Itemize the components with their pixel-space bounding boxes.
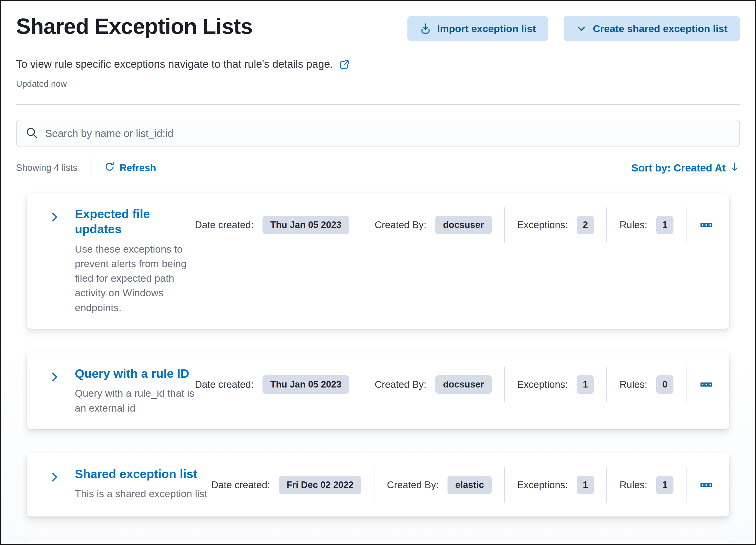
exception-list-card: Shared exception list This is a shared e…	[27, 453, 729, 516]
meta-divider	[606, 367, 607, 402]
arrow-down-icon	[729, 161, 740, 174]
card-actions-menu-button[interactable]	[700, 479, 713, 491]
meta-divider	[362, 367, 362, 402]
header-buttons: Import exception list Create shared exce…	[407, 16, 740, 41]
meta-divider	[374, 467, 374, 503]
exceptions-label: Exceptions:	[517, 479, 568, 491]
created-by-label: Created By:	[387, 479, 439, 491]
created-by-label: Created By:	[375, 219, 426, 230]
sort-by-button[interactable]: Sort by: Created At	[631, 161, 740, 174]
import-button-label: Import exception list	[437, 23, 536, 34]
search-icon	[26, 127, 38, 140]
import-icon	[420, 23, 431, 34]
page-title: Shared Exception Lists	[16, 14, 252, 39]
page-subtitle: To view rule specific exceptions navigat…	[16, 58, 333, 70]
rules-count-badge: 1	[656, 476, 673, 494]
created-by-label: Created By:	[375, 379, 426, 390]
page-header: Shared Exception Lists Import exception …	[16, 14, 740, 41]
exception-list-title-link[interactable]: Shared exception list	[75, 467, 197, 482]
refresh-button-label: Refresh	[120, 162, 156, 173]
created-by-badge: docsuser	[435, 375, 492, 394]
exception-list-card: Query with a rule ID Query with a rule_i…	[27, 353, 729, 429]
card-actions-menu-button[interactable]	[700, 219, 713, 231]
exceptions-count-badge: 1	[577, 476, 594, 494]
created-by-badge: docsuser	[435, 216, 492, 234]
refresh-button[interactable]: Refresh	[104, 161, 156, 174]
date-created-label: Date created:	[195, 379, 254, 390]
rules-count-badge: 1	[656, 216, 673, 234]
meta-divider	[686, 207, 687, 242]
exception-list-description: Use these exceptions to prevent alerts f…	[75, 242, 195, 315]
search-input[interactable]	[45, 127, 730, 139]
created-by-badge: elastic	[447, 476, 492, 494]
date-created-label: Date created:	[195, 219, 254, 230]
exception-list-title-link[interactable]: Expected file updates	[75, 206, 195, 237]
card-actions-menu-button[interactable]	[700, 378, 713, 391]
exception-list-card: Expected file updates Use these exceptio…	[27, 193, 729, 329]
date-created-badge: Thu Jan 05 2023	[262, 375, 349, 394]
header-divider	[16, 104, 740, 105]
meta-divider	[606, 467, 607, 503]
rules-label: Rules:	[619, 479, 647, 491]
meta-divider	[504, 467, 505, 503]
rules-label: Rules:	[619, 379, 647, 390]
search-bar	[16, 120, 740, 147]
date-created-badge: Fri Dec 02 2022	[279, 476, 361, 494]
chevron-down-icon	[576, 23, 587, 34]
exceptions-label: Exceptions:	[517, 379, 568, 390]
external-link-icon[interactable]	[338, 59, 350, 71]
sort-button-label: Sort by: Created At	[631, 162, 726, 174]
exception-lists: Expected file updates Use these exceptio…	[16, 193, 740, 545]
expand-chevron-button[interactable]	[49, 211, 61, 224]
rules-count-badge: 0	[656, 375, 673, 394]
create-shared-exception-list-button[interactable]: Create shared exception list	[564, 16, 740, 41]
meta-divider	[686, 467, 687, 503]
date-created-badge: Thu Jan 05 2023	[262, 216, 349, 234]
exception-list-title-link[interactable]: Query with a rule ID	[75, 366, 189, 381]
exception-list-card: Endpoint Security Exception List Endpoin…	[27, 540, 729, 545]
exceptions-count-badge: 2	[577, 216, 594, 234]
create-button-label: Create shared exception list	[593, 23, 727, 34]
expand-chevron-button[interactable]	[49, 371, 61, 384]
meta-divider	[362, 207, 362, 242]
updated-timestamp: Updated now	[16, 79, 740, 89]
import-exception-list-button[interactable]: Import exception list	[407, 16, 548, 41]
vertical-divider	[91, 158, 91, 177]
showing-count-text: Showing 4 lists	[16, 162, 78, 173]
exceptions-count-badge: 1	[577, 375, 594, 394]
expand-chevron-button[interactable]	[49, 471, 61, 484]
refresh-icon	[104, 161, 115, 174]
exception-list-description: Query with a rule_id that is an external…	[75, 386, 195, 416]
meta-divider	[686, 367, 687, 402]
meta-divider	[504, 367, 505, 402]
meta-divider	[606, 207, 607, 242]
shared-exception-lists-page: Shared Exception Lists Import exception …	[0, 0, 756, 545]
meta-divider	[504, 207, 505, 242]
exceptions-label: Exceptions:	[517, 219, 568, 230]
date-created-label: Date created:	[211, 479, 270, 491]
rules-label: Rules:	[619, 219, 647, 230]
exception-list-description: This is a shared exception list	[75, 486, 211, 501]
